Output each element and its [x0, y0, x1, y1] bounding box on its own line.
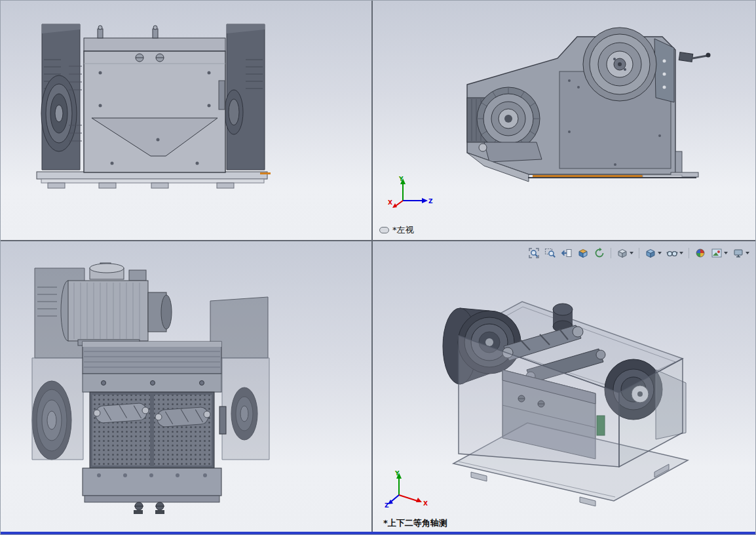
machine-isometric[interactable] — [443, 302, 688, 506]
viewport-divider-vertical[interactable] — [371, 1, 373, 532]
right-side-sheet[interactable] — [222, 358, 269, 460]
view-orientation-button[interactable] — [616, 247, 634, 260]
mount-bracket — [654, 39, 674, 102]
view-name-text: *上下二等角轴测 — [383, 517, 447, 529]
3d-drawing-view-button[interactable] — [593, 247, 606, 260]
display-style-button[interactable] — [644, 247, 662, 260]
apply-scene-icon — [711, 247, 723, 259]
viewport-front-motor[interactable] — [1, 241, 371, 532]
edit-appearance-button[interactable] — [694, 247, 707, 260]
viewport-front[interactable] — [1, 1, 371, 240]
dropdown-caret — [630, 252, 633, 254]
dropdown-caret — [746, 252, 749, 254]
dropdown-caret — [724, 252, 728, 254]
edit-appearance-icon — [694, 247, 706, 259]
zoom-to-fit-icon — [528, 247, 540, 259]
zoom-to-area-button[interactable] — [544, 247, 557, 260]
previous-view-icon — [561, 247, 573, 259]
section-view-button[interactable] — [576, 247, 590, 260]
toolbar-separator — [689, 248, 689, 258]
view-settings-button[interactable] — [732, 247, 750, 260]
machine-left-view[interactable] — [467, 28, 711, 182]
view-orientation-label: *左视 — [379, 224, 414, 236]
right-fan-housing[interactable] — [225, 24, 265, 170]
cad-window: Y Z X *左视 — [0, 0, 756, 535]
model-isometric-view[interactable] — [373, 241, 756, 532]
hide-show-items-icon — [666, 247, 678, 259]
side-latch — [219, 81, 225, 109]
view-orientation-icon — [616, 247, 628, 259]
annotation-view-icon — [379, 227, 389, 233]
previous-view-button[interactable] — [560, 247, 573, 260]
viewport-left-view[interactable]: Y Z X *左视 — [373, 1, 756, 240]
model-front-motor-view[interactable] — [1, 241, 371, 532]
hide-show-items-button[interactable] — [666, 247, 684, 260]
orange-edge-accent — [260, 172, 271, 174]
left-roller[interactable] — [95, 403, 147, 423]
view-settings-icon — [732, 247, 744, 259]
dropdown-caret — [679, 252, 683, 254]
left-side-sheet[interactable] — [32, 358, 83, 460]
dropdown-caret — [658, 252, 662, 254]
zoom-to-fit-button[interactable] — [527, 247, 540, 260]
left-pulley-stack[interactable] — [41, 75, 77, 151]
clamp-knobs[interactable] — [134, 502, 164, 514]
toolbar-separator — [611, 248, 611, 258]
view-orientation-label: *上下二等角轴测 — [383, 517, 447, 529]
side-latch — [219, 406, 226, 434]
motor-support[interactable] — [479, 142, 542, 162]
top-cover-assembly[interactable] — [84, 26, 225, 51]
headsup-view-toolbar — [525, 245, 753, 261]
main-body-front[interactable] — [84, 51, 225, 172]
main-body-front-bottom[interactable] — [83, 342, 226, 514]
window-bottom-edge — [1, 532, 756, 535]
viewport-isometric[interactable]: Y X Z *上下二等角轴测 — [373, 241, 756, 532]
right-roller[interactable] — [157, 406, 209, 427]
tension-screw[interactable] — [679, 52, 710, 62]
apply-scene-button[interactable] — [710, 247, 728, 260]
section-view-icon — [577, 247, 589, 259]
base-assembly[interactable] — [37, 172, 271, 188]
viewport-divider-horizontal[interactable] — [1, 240, 756, 241]
display-style-icon — [645, 247, 656, 259]
flywheel[interactable] — [583, 28, 656, 101]
zoom-to-area-icon — [544, 247, 556, 259]
model-front-view[interactable] — [1, 1, 371, 240]
view-name-text: *左视 — [392, 224, 414, 236]
3d-drawing-view-icon — [594, 247, 605, 259]
model-left-view[interactable] — [373, 1, 756, 240]
toolbar-separator — [639, 248, 639, 258]
